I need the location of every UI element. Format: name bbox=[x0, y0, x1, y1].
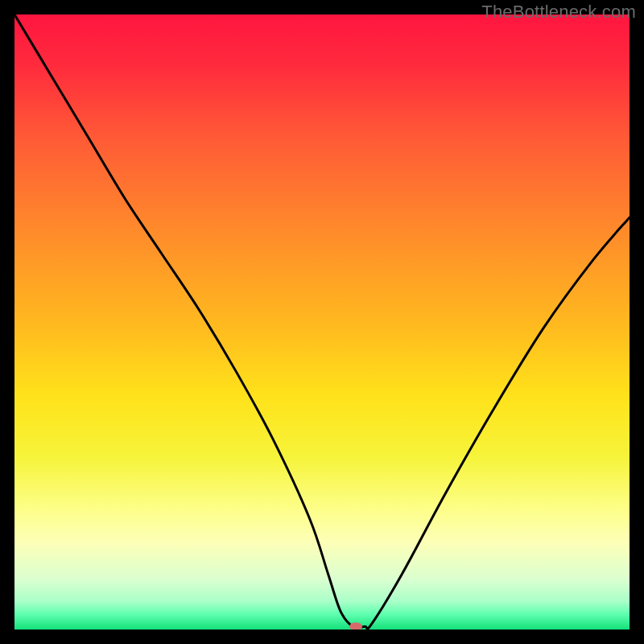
gradient-background bbox=[14, 14, 630, 630]
plot-area bbox=[14, 14, 630, 630]
watermark-text: TheBottleneck.com bbox=[481, 2, 636, 23]
chart-frame: TheBottleneck.com bbox=[0, 0, 644, 644]
bottleneck-chart bbox=[14, 14, 630, 630]
